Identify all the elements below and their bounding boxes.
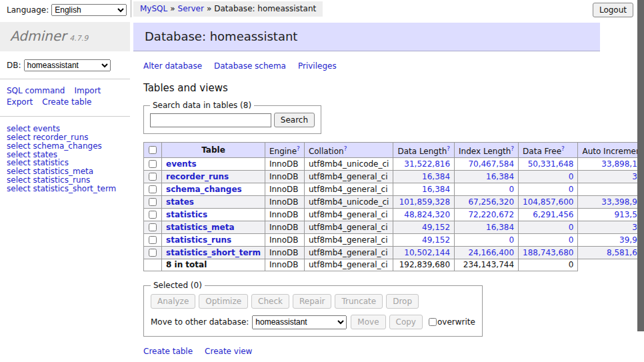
cell-data-free-link[interactable]: 0 (569, 223, 574, 232)
page-title: Database: homeassistant (133, 23, 600, 51)
sidebar-action-import[interactable]: Import (74, 85, 101, 97)
cell-auto-increment: 6 (578, 183, 644, 196)
table-link-statistics-meta[interactable]: statistics_meta (166, 223, 235, 232)
cell-data-free-link[interactable]: 0 (569, 235, 574, 245)
cell-data-free-link[interactable]: 50,331,648 (528, 159, 574, 169)
check-button[interactable]: Check (251, 294, 289, 309)
row-checkbox[interactable] (149, 223, 157, 231)
search-button[interactable]: Search (274, 113, 315, 127)
breadcrumb-mysql-link[interactable]: MySQL (140, 4, 167, 13)
table-link-states[interactable]: states (166, 197, 194, 207)
cell-data-length-link[interactable]: 101,859,328 (399, 197, 450, 207)
cell-index-length-link[interactable]: 0 (509, 235, 514, 245)
cell-index-length-link[interactable]: 0 (509, 185, 514, 194)
help-link[interactable]: ? (561, 145, 565, 152)
table-link-schema-changes[interactable]: schema_changes (166, 185, 242, 194)
scrollbar[interactable] (637, 0, 644, 362)
breadcrumb-server-link[interactable]: Server (178, 4, 204, 13)
cell-data-free: 104,857,600 (519, 196, 578, 209)
cell-collation: utf8mb4_general_ci (304, 234, 393, 247)
cell-data-free: 0 (519, 234, 578, 247)
cell-data-length: 16,384 (393, 183, 455, 196)
table-link-events[interactable]: events (166, 159, 197, 169)
cell-index-length-link[interactable]: 72,220,672 (468, 210, 514, 219)
table-link-statistics[interactable]: statistics (166, 210, 207, 219)
truncate-button[interactable]: Truncate (335, 294, 383, 309)
select-all-checkbox[interactable] (149, 146, 157, 154)
table-link-statistics-runs[interactable]: statistics_runs (166, 235, 231, 245)
cell-data-length-link[interactable]: 31,522,816 (404, 159, 450, 169)
sidebar-action-sql-command[interactable]: SQL command (7, 85, 65, 97)
sidebar-item-select-recorder-runs[interactable]: select recorder_runs (7, 133, 123, 142)
help-link[interactable]: ? (511, 145, 514, 152)
cell-table-name: events (162, 158, 265, 171)
overwrite-checkbox[interactable] (429, 318, 437, 326)
header-row: TableEngine?Collation?Data Length?Index … (144, 143, 644, 158)
row-checkbox[interactable] (149, 211, 157, 219)
link-create-table[interactable]: Create table (143, 347, 193, 356)
cell-data-length-link[interactable]: 49,152 (422, 223, 450, 232)
cell-engine: InnoDB (265, 247, 304, 259)
cell-data-length: 48,824,320 (393, 209, 455, 221)
row-checkbox[interactable] (149, 173, 157, 181)
move-db-select[interactable]: homeassistant (252, 315, 347, 329)
overwrite-wrap: overwrite (428, 317, 475, 327)
cell-data-free-link[interactable]: 188,743,680 (523, 248, 573, 257)
link-create-view[interactable]: Create view (205, 347, 252, 356)
help-link[interactable]: ? (447, 145, 450, 152)
copy-button[interactable]: Copy (389, 315, 423, 329)
help-link[interactable]: ? (297, 145, 300, 152)
cell-data-free-link[interactable]: 0 (569, 172, 574, 181)
language-select[interactable]: English (51, 4, 127, 16)
cell-index-length-link[interactable]: 16,384 (486, 172, 514, 181)
total-label: 8 in total (162, 259, 265, 271)
search-input[interactable] (150, 113, 271, 127)
move-button[interactable]: Move (351, 315, 385, 329)
cell-table-name: statistics_runs (162, 234, 265, 247)
table-link-recorder-runs[interactable]: recorder_runs (166, 172, 229, 181)
sidebar-item-select-statistics-short-term[interactable]: select statistics_short_term (7, 185, 123, 193)
row-check-cell (144, 247, 162, 259)
cell-data-length-link[interactable]: 48,824,320 (404, 210, 450, 219)
sidebar-action-export[interactable]: Export (7, 97, 33, 108)
db-link-database-schema[interactable]: Database schema (214, 61, 286, 71)
scrollbar-thumb[interactable] (637, 0, 644, 331)
table-row: recorder_runsInnoDButf8mb4_general_ci16,… (144, 171, 644, 183)
cell-data-free: 188,743,680 (519, 247, 578, 259)
cell-data-free-link[interactable]: 104,857,600 (523, 197, 573, 207)
row-checkbox[interactable] (149, 236, 157, 244)
cell-index-length-link[interactable]: 70,467,584 (468, 159, 514, 169)
cell-index-length-link[interactable]: 16,384 (486, 223, 514, 232)
column-header-auto-increment: Auto Increment? (578, 143, 644, 158)
help-sup: ? (511, 145, 514, 152)
cell-index-length-link[interactable]: 24,166,400 (468, 248, 514, 257)
db-select[interactable]: homeassistant (24, 59, 111, 71)
cell-data-length-link[interactable]: 49,152 (422, 235, 450, 245)
analyze-button[interactable]: Analyze (151, 294, 195, 309)
row-check-cell (144, 196, 162, 209)
db-link-privileges[interactable]: Privileges (298, 61, 337, 71)
sidebar-action-links: SQL commandImportExportCreate table (0, 79, 130, 117)
cell-data-length-link[interactable]: 16,384 (422, 172, 450, 181)
sidebar-action-create-table[interactable]: Create table (42, 97, 91, 108)
cell-index-length-link[interactable]: 67,256,320 (468, 197, 514, 207)
drop-button[interactable]: Drop (386, 294, 419, 309)
row-checkbox[interactable] (149, 198, 157, 206)
sidebar-item-select-events[interactable]: select events (7, 125, 123, 133)
row-checkbox[interactable] (149, 185, 157, 193)
optimize-button[interactable]: Optimize (199, 294, 248, 309)
column-header-index-length: Index Length? (455, 143, 519, 158)
cell-collation: utf8mb4_unicode_ci (304, 196, 393, 209)
table-link-statistics-short-term[interactable]: statistics_short_term (166, 248, 261, 257)
repair-button[interactable]: Repair (293, 294, 331, 309)
cell-data-free-link[interactable]: 6,291,456 (533, 210, 573, 219)
cell-data-length-link[interactable]: 16,384 (422, 185, 450, 194)
cell-data-length-link[interactable]: 10,502,144 (404, 248, 450, 257)
row-checkbox[interactable] (149, 249, 157, 257)
row-checkbox[interactable] (149, 160, 157, 168)
db-link-alter-database[interactable]: Alter database (143, 61, 202, 71)
cell-data-free-link[interactable]: 0 (569, 185, 574, 194)
help-link[interactable]: ? (344, 145, 347, 152)
logout-button[interactable]: Logout (593, 3, 633, 17)
sidebar-item-select-schema-changes[interactable]: select schema_changes (7, 142, 123, 151)
